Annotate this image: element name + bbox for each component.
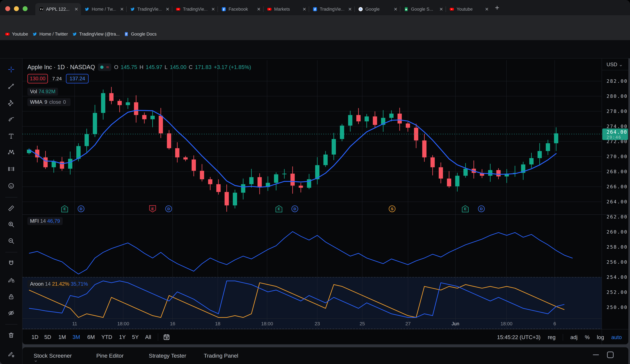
zoom-in-tool[interactable] <box>8 221 14 228</box>
chart-area[interactable]: Apple Inc · 1D · NASDAQ ≈ O145.75H145.97… <box>22 58 628 344</box>
bookmark-item[interactable]: Google Docs <box>124 32 156 37</box>
browser-tab[interactable]: TradingVie...✕ <box>172 3 218 15</box>
svg-text:E: E <box>64 207 66 211</box>
tab-title: TradingVie... <box>183 7 210 12</box>
price-label: 252.00 <box>606 289 628 295</box>
session-button[interactable]: reg <box>548 334 556 340</box>
bookmark-label: Youtube <box>12 32 28 37</box>
tab-close-icon[interactable]: ✕ <box>74 6 78 12</box>
browser-tab[interactable]: Youtube✕ <box>446 3 491 15</box>
panel-tab-pine-editor[interactable]: Pine Editor <box>96 353 124 359</box>
drawlock-tool[interactable] <box>8 276 14 283</box>
traffic-zoom-button[interactable] <box>23 6 28 11</box>
tab-close-icon[interactable]: ✕ <box>166 6 170 12</box>
browser-tab[interactable]: GGoogle✕ <box>354 3 400 15</box>
browser-tab[interactable]: Facebook✕ <box>218 3 263 15</box>
tab-close-icon[interactable]: ✕ <box>211 6 215 12</box>
tab-close-icon[interactable]: ✕ <box>439 6 443 12</box>
mfi-legend[interactable]: MFI 14 46,79 <box>28 217 63 225</box>
tab-close-icon[interactable]: ✕ <box>485 6 489 12</box>
event-marker-D[interactable]: D <box>165 205 172 212</box>
tab-close-icon[interactable]: ✕ <box>257 6 261 12</box>
panel-maximize-icon[interactable] <box>607 352 614 358</box>
event-marker-E[interactable]: E <box>462 205 469 212</box>
xabcd-tool[interactable] <box>8 149 14 156</box>
pane-separator[interactable] <box>22 214 628 215</box>
panel-tab-stock-screener[interactable]: Stock Screener <box>34 353 75 363</box>
event-marker-S[interactable]: S <box>388 205 396 212</box>
bookmark-item[interactable]: TradingView (@tra... <box>72 32 120 37</box>
time-label: 25 <box>360 321 365 327</box>
event-marker-D[interactable]: D <box>291 205 298 212</box>
trash-tool[interactable] <box>8 332 14 339</box>
alert-price-label[interactable]: 130.00 <box>28 74 48 83</box>
traffic-close-button[interactable] <box>5 6 10 11</box>
event-marker-D[interactable]: D <box>77 205 85 212</box>
range-5d[interactable]: 5D <box>44 334 51 340</box>
percent-button[interactable]: % <box>585 334 590 340</box>
browser-tab[interactable]: TradingVie...✕ <box>309 3 354 15</box>
crosshair-tool[interactable] <box>8 66 14 73</box>
event-marker-E[interactable]: E <box>149 205 156 212</box>
range-1m[interactable]: 1M <box>58 334 66 340</box>
legend-toggles[interactable]: ≈ <box>98 63 111 71</box>
svg-text:D: D <box>167 207 170 211</box>
bookmark-item[interactable]: Home / Twitter <box>32 32 68 37</box>
hide-tool[interactable] <box>8 310 14 317</box>
tab-close-icon[interactable]: ✕ <box>120 6 124 12</box>
panel-minimize-icon[interactable] <box>593 355 599 355</box>
target-price-label[interactable]: 137.24 <box>66 74 88 83</box>
price-pane[interactable] <box>22 60 602 215</box>
browser-tab[interactable]: Google S...✕ <box>400 3 446 15</box>
range-6m[interactable]: 6M <box>87 334 95 340</box>
clock[interactable]: 15:45:22 (UTC+3) <box>497 334 540 340</box>
range-1y[interactable]: 1Y <box>119 334 126 340</box>
price-scale[interactable]: USD ⌄ 282.00280.00278.00274.00272.00270.… <box>602 58 628 344</box>
auto-button[interactable]: auto <box>611 334 622 340</box>
range-5y[interactable]: 5Y <box>132 334 139 340</box>
range-3m[interactable]: 3M <box>72 334 80 340</box>
event-marker-D[interactable]: D <box>478 205 485 212</box>
adj-button[interactable]: adj <box>570 334 578 340</box>
log-button[interactable]: log <box>597 334 604 340</box>
text-tool-tool[interactable] <box>8 133 14 140</box>
tab-title: TradingVie... <box>320 7 347 12</box>
symbol-title[interactable]: Apple Inc · 1D · NASDAQ <box>28 64 95 71</box>
range-all[interactable]: All <box>145 334 151 340</box>
ruler-tool[interactable] <box>8 205 14 212</box>
range-1d[interactable]: 1D <box>32 334 38 340</box>
traffic-minimize-button[interactable] <box>14 6 19 11</box>
browser-tab[interactable]: Markets✕ <box>263 3 309 15</box>
go-to-date-icon[interactable] <box>163 333 170 341</box>
tab-close-icon[interactable]: ✕ <box>302 6 306 12</box>
browser-tab[interactable]: APPL 122...✕ <box>35 3 81 15</box>
tab-close-icon[interactable]: ✕ <box>394 6 398 12</box>
current-price-label: 264.00 29:46 <box>602 129 628 140</box>
browser-tab[interactable]: Home / Tw...✕ <box>81 3 126 15</box>
panel-tab-trading-panel[interactable]: Trading Panel <box>204 353 238 359</box>
zoom-out-tool[interactable] <box>8 237 14 244</box>
time-axis[interactable]: 1118:00161818:00232527Jun18:006 <box>22 319 602 329</box>
bookmark-item[interactable]: Youtube <box>5 32 28 37</box>
pitchfork-tool[interactable] <box>8 100 14 107</box>
time-label: Jun <box>452 321 460 327</box>
emoji-tool[interactable] <box>8 182 14 189</box>
page-gap <box>22 344 630 347</box>
brush-tool[interactable] <box>8 116 14 123</box>
event-marker-E[interactable]: E <box>61 205 68 212</box>
panel-tab-strategy-tester[interactable]: Strategy Tester <box>149 353 186 359</box>
magnet-tool[interactable] <box>8 260 14 267</box>
browser-tab[interactable]: TradingVie...✕ <box>126 3 172 15</box>
currency-selector[interactable]: USD ⌄ <box>606 61 623 67</box>
lock-tool-tool[interactable] <box>8 293 14 300</box>
new-tab-button[interactable] <box>494 5 500 10</box>
mfi-pane[interactable] <box>22 215 602 277</box>
forecast-tool[interactable] <box>8 166 14 173</box>
tab-close-icon[interactable]: ✕ <box>348 6 352 12</box>
trendline-tool[interactable] <box>8 83 14 90</box>
google-favicon: G <box>358 7 363 12</box>
event-marker-E[interactable]: E <box>275 205 283 212</box>
range-ytd[interactable]: YTD <box>102 334 112 340</box>
favpencil-tool[interactable] <box>8 351 14 358</box>
aroon-legend[interactable]: Aroon 14 21.42% 35,71% <box>28 280 90 288</box>
